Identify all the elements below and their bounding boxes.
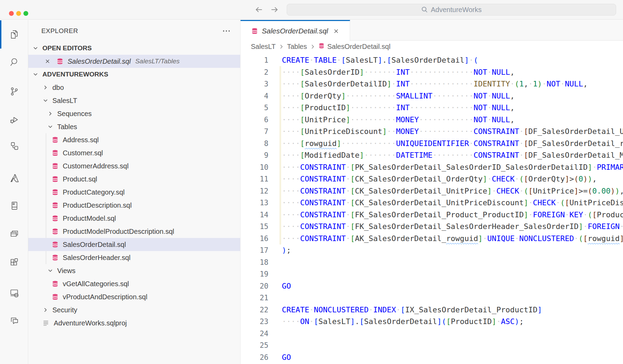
database-icon	[52, 215, 59, 222]
database-icon	[52, 280, 59, 287]
chevron-right-icon	[310, 44, 315, 49]
tab-salesorderdetail[interactable]: SalesOrderDetail.sql	[241, 20, 350, 41]
line-number: 10	[241, 162, 268, 174]
code-line-9[interactable]: 9····[ModifiedDate]·······DATETIME······…	[241, 149, 623, 162]
code-line-1[interactable]: 1CREATE·TABLE·[SalesLT].[SalesOrderDetai…	[241, 54, 623, 66]
code-line-26[interactable]: 26GO	[241, 352, 623, 364]
line-number: 2	[241, 66, 268, 79]
tree-folder-Views[interactable]: Views	[28, 264, 240, 277]
sidebar-title: EXPLORER	[41, 27, 78, 35]
line-number: 7	[241, 126, 268, 138]
tree-file-SalesOrderHeader.sql[interactable]: SalesOrderHeader.sql	[28, 251, 240, 264]
code-line-18[interactable]: 18	[241, 257, 623, 269]
breadcrumb-item-SalesOrderDetail.sql[interactable]: SalesOrderDetail.sql	[318, 43, 390, 51]
tree-file-vProductAndDescription.sql[interactable]: vProductAndDescription.sql	[28, 290, 240, 303]
search-icon	[9, 57, 20, 67]
code-line-25[interactable]: 25	[241, 340, 623, 352]
tree-file-AdventureWorks.sqlproj[interactable]: AdventureWorks.sqlproj	[28, 316, 240, 330]
tree-file-CustomerAddress.sql[interactable]: CustomerAddress.sql	[28, 159, 240, 173]
breadcrumb-item-SalesLT[interactable]: SalesLT	[251, 43, 276, 51]
code-line-12[interactable]: 12····CONSTRAINT·[CK_SalesOrderDetail_Un…	[241, 185, 623, 197]
code-line-24[interactable]: 24	[241, 328, 623, 340]
tree-section-adventureworks[interactable]: ADVENTUREWORKS	[28, 68, 240, 81]
line-number: 8	[241, 138, 268, 150]
line-number: 18	[241, 257, 268, 269]
code-line-8[interactable]: 8····[rowguid]············UNIQUEIDENTIFI…	[241, 138, 623, 150]
code-line-20[interactable]: 20GO	[241, 280, 623, 292]
navigate-forward-button[interactable]	[269, 4, 280, 15]
code-line-22[interactable]: 22CREATE·NONCLUSTERED·INDEX·[IX_SalesOrd…	[241, 304, 623, 316]
activity-bar-item-query-editor[interactable]	[0, 219, 28, 248]
chevron-down-icon	[48, 268, 53, 273]
code-line-16[interactable]: 16····CONSTRAINT·[AK_SalesOrderDetail_ro…	[241, 233, 623, 245]
activity-bar-item-extensions[interactable]	[0, 248, 28, 277]
tab-close-button[interactable]	[333, 28, 339, 34]
chevron-right-icon	[43, 85, 48, 90]
activity-bar-item-comments[interactable]	[0, 307, 28, 335]
code-editor[interactable]: 1CREATE·TABLE·[SalesLT].[SalesOrderDetai…	[241, 52, 623, 364]
tree-file-Customer.sql[interactable]: Customer.sql	[28, 146, 240, 159]
database-project-icon	[9, 200, 20, 211]
code-line-14[interactable]: 14····CONSTRAINT·[FK_SalesOrderDetail_Pr…	[241, 209, 623, 221]
tree-file-SalesOrderDetail.sql[interactable]: SalesOrderDetail.sql	[28, 238, 240, 251]
code-line-5[interactable]: 5····[ProductID]··········INT···········…	[241, 102, 623, 114]
code-line-3[interactable]: 3····[SalesOrderDetailID]·INT···········…	[241, 78, 623, 90]
line-number: 13	[241, 197, 268, 209]
tree-file-Product.sql[interactable]: Product.sql	[28, 173, 240, 186]
more-actions-button[interactable]	[222, 27, 231, 37]
activity-bar-item-source-control[interactable]	[0, 77, 28, 105]
breadcrumb-item-Tables[interactable]: Tables	[287, 43, 307, 51]
activity-bar-item-remote-explorer[interactable]	[0, 279, 28, 307]
code-line-7[interactable]: 7····[UnitPriceDiscount]··MONEY·········…	[241, 126, 623, 138]
close-window-button[interactable]	[9, 11, 14, 16]
code-line-19[interactable]: 19	[241, 268, 623, 280]
sqlproj-icon	[43, 320, 50, 326]
database-icon	[52, 163, 59, 169]
code-line-4[interactable]: 4····[OrderQty]···········SMALLINT······…	[241, 90, 623, 102]
tree-file-vGetAllCategories.sql[interactable]: vGetAllCategories.sql	[28, 277, 240, 290]
line-number: 1	[241, 54, 268, 66]
code-line-15[interactable]: 15····CONSTRAINT·[FK_SalesOrderDetail_Sa…	[241, 221, 623, 233]
close-icon[interactable]	[45, 59, 50, 64]
tree-folder-SalesLT[interactable]: SalesLT	[28, 94, 240, 107]
tree-folder-dbo[interactable]: dbo	[28, 81, 240, 94]
activity-bar-item-run-and-debug[interactable]	[0, 105, 28, 134]
code-line-21[interactable]: 21	[241, 292, 623, 304]
tree-folder-Tables[interactable]: Tables	[28, 120, 240, 133]
tree-file-ProductModel.sql[interactable]: ProductModel.sql	[28, 212, 240, 225]
tree-file-Address.sql[interactable]: Address.sql	[28, 133, 240, 146]
line-number: 22	[241, 304, 268, 316]
code-line-11[interactable]: 11····CONSTRAINT·[CK_SalesOrderDetail_Or…	[241, 173, 623, 185]
chevron-right-icon	[48, 111, 53, 116]
code-line-17[interactable]: 17);	[241, 245, 623, 257]
tree-file-ProductDescription.sql[interactable]: ProductDescription.sql	[28, 199, 240, 212]
zoom-window-button[interactable]	[23, 11, 28, 16]
code-line-10[interactable]: 10····CONSTRAINT·[PK_SalesOrderDetail_Sa…	[241, 162, 623, 174]
database-icon	[52, 254, 59, 261]
chevron-right-icon	[279, 44, 284, 49]
activity-bar-item-search[interactable]	[0, 48, 28, 76]
activity-bar-item-azure[interactable]	[0, 164, 28, 192]
open-editor-item-SalesOrderDetail.sql[interactable]: SalesOrderDetail.sqlSalesLT/Tables	[28, 55, 240, 68]
code-line-6[interactable]: 6····[UnitPrice]··········MONEY·········…	[241, 114, 623, 126]
windows-icon	[9, 228, 20, 239]
tree-file-ProductCategory.sql[interactable]: ProductCategory.sql	[28, 186, 240, 199]
code-line-23[interactable]: 23····ON·[SalesLT].[SalesOrderDetail]([P…	[241, 316, 623, 328]
chevron-right-icon	[43, 307, 48, 313]
tree-file-ProductModelProductDescription.sql[interactable]: ProductModelProductDescription.sql	[28, 225, 240, 238]
tree-folder-Security[interactable]: Security	[28, 303, 240, 316]
tree-section-open-editors[interactable]: OPEN EDITORS	[28, 42, 240, 55]
code-line-2[interactable]: 2····[SalesOrderID]·······INT···········…	[241, 66, 623, 79]
database-icon	[251, 28, 258, 34]
activity-bar-item-explorer[interactable]	[0, 20, 28, 49]
tree-folder-Sequences[interactable]: Sequences	[28, 107, 240, 120]
code-line-13[interactable]: 13····CONSTRAINT·[CK_SalesOrderDetail_Un…	[241, 197, 623, 209]
command-center-search[interactable]: AdventureWorks	[287, 4, 616, 15]
activity-bar-item-connections[interactable]	[0, 132, 28, 160]
database-icon	[52, 149, 59, 156]
arrow-right-icon	[269, 4, 280, 15]
minimize-window-button[interactable]	[16, 11, 21, 16]
navigate-back-button[interactable]	[254, 4, 264, 15]
search-icon	[421, 6, 428, 13]
activity-bar-item-database-projects[interactable]	[0, 191, 28, 220]
